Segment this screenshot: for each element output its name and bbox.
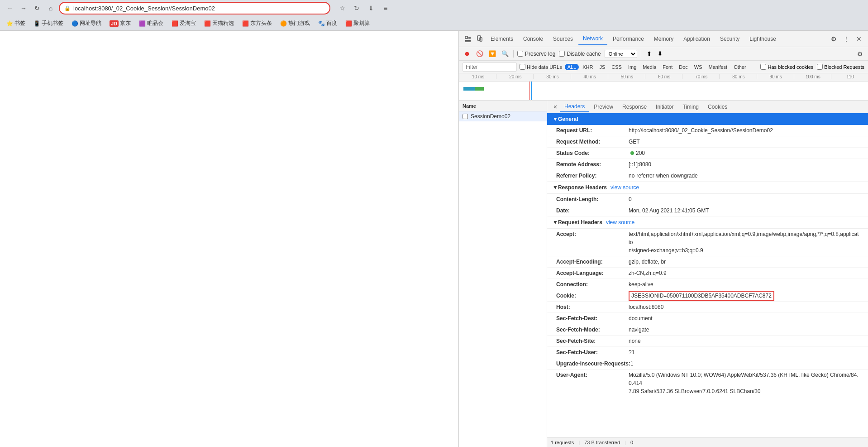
request-url-value: http://localhost:8080/_02_Cookie_Session… [629, 126, 859, 135]
accept-encoding-name: Accept-Encoding: [556, 258, 629, 266]
bookmark-item-jd[interactable]: JD 京东 [107, 18, 134, 29]
blocked-requests-label[interactable]: Blocked Requests [817, 64, 864, 70]
forward-button[interactable]: → [17, 2, 30, 14]
bookmark-item-mobile[interactable]: 📱 手机书签 [31, 18, 66, 29]
type-doc-button[interactable]: Doc [676, 64, 691, 70]
file-list-header: Name [459, 101, 547, 111]
history-button[interactable]: ↻ [350, 2, 363, 14]
detail-tab-initiator[interactable]: Initiator [651, 102, 678, 112]
home-button[interactable]: ⌂ [44, 2, 57, 14]
file-checkbox[interactable] [463, 114, 468, 119]
bookmark-item-taobao[interactable]: 🟥 爱淘宝 [169, 18, 199, 29]
browser-actions: ☆ ↻ ⇓ ≡ [336, 2, 392, 14]
import-button[interactable]: ⬆ [645, 49, 654, 58]
disable-cache-checkbox[interactable] [559, 51, 565, 57]
detail-tab-preview[interactable]: Preview [589, 102, 618, 112]
response-headers-view-source[interactable]: view source [610, 184, 639, 191]
bookmark-item-nav[interactable]: 🔵 网址导航 [69, 18, 104, 29]
blocked-requests-checkbox[interactable] [817, 64, 823, 70]
has-blocked-cookies-label[interactable]: Has blocked cookies [760, 64, 813, 70]
tab-application[interactable]: Application [679, 33, 715, 45]
preserve-log-label[interactable]: Preserve log [517, 51, 555, 57]
general-section-header[interactable]: General [547, 113, 868, 125]
timeline-area: 10 ms 20 ms 30 ms 40 ms 50 ms 60 ms 70 m… [459, 73, 868, 101]
device-toolbar-button[interactable] [474, 34, 485, 44]
disable-cache-label[interactable]: Disable cache [559, 51, 601, 57]
bookmark-item-juhua[interactable]: 🟥 聚划算 [343, 18, 372, 29]
tab-performance[interactable]: Performance [608, 33, 649, 45]
devtools-settings-button[interactable]: ⚙ [828, 34, 839, 44]
tab-security[interactable]: Security [715, 33, 744, 45]
reload-button[interactable]: ↻ [31, 2, 43, 14]
file-list-item[interactable]: SessionDemo02 [459, 111, 547, 121]
type-all-button[interactable]: ALL [565, 64, 579, 70]
type-ws-button[interactable]: WS [692, 64, 705, 70]
response-headers-section-header[interactable]: Response Headers view source [547, 182, 868, 194]
download-button[interactable]: ⇓ [365, 2, 377, 14]
type-manifest-button[interactable]: Manifest [706, 64, 730, 70]
tab-network[interactable]: Network [578, 33, 607, 45]
clear-button[interactable]: 🚫 [475, 49, 484, 58]
games-icon: 🟠 [280, 20, 287, 27]
record-button[interactable]: ⏺ [463, 49, 472, 58]
tab-elements[interactable]: Elements [486, 33, 518, 45]
has-blocked-cookies-checkbox[interactable] [760, 64, 766, 70]
sec-fetch-dest-name: Sec-Fetch-Dest: [556, 314, 629, 322]
throttling-select[interactable]: Online Fast 3G Slow 3G Offline [605, 50, 637, 58]
timeline-ruler: 10 ms 20 ms 30 ms 40 ms 50 ms 60 ms 70 m… [459, 73, 868, 82]
search-button[interactable]: 🔍 [501, 49, 510, 58]
type-font-button[interactable]: Font [660, 64, 675, 70]
type-css-button[interactable]: CSS [609, 64, 625, 70]
marker-30: 30 ms [533, 74, 570, 79]
main-area: Elements Console Sources Network Perform… [0, 31, 868, 447]
devtools-close-button[interactable]: ✕ [854, 34, 864, 44]
hide-data-urls-label[interactable]: Hide data URLs [520, 64, 562, 70]
detail-close-button[interactable]: × [551, 102, 560, 111]
type-other-button[interactable]: Other [731, 64, 749, 70]
bookmark-label: 百度 [326, 19, 337, 27]
tab-console[interactable]: Console [519, 33, 548, 45]
bookmark-item-tmall[interactable]: 🟥 天猫精选 [201, 18, 237, 29]
preserve-log-checkbox[interactable] [517, 51, 523, 57]
tab-lighthouse[interactable]: Lighthouse [745, 33, 781, 45]
filter-input[interactable] [463, 62, 517, 72]
tab-sources[interactable]: Sources [548, 33, 577, 45]
bookmark-item-dftt[interactable]: 🟥 东方头条 [239, 18, 275, 29]
network-settings-button[interactable]: ⚙ [855, 49, 864, 58]
back-button[interactable]: ← [4, 2, 16, 14]
menu-button[interactable]: ≡ [379, 2, 392, 14]
timeline-vline-red [529, 82, 529, 101]
hide-data-urls-checkbox[interactable] [520, 64, 525, 70]
detail-tab-response[interactable]: Response [618, 102, 651, 112]
detail-tab-cookies[interactable]: Cookies [703, 102, 732, 112]
sec-fetch-mode-name: Sec-Fetch-Mode: [556, 326, 629, 334]
devtools-more-button[interactable]: ⋮ [841, 34, 852, 44]
detail-tab-headers[interactable]: Headers [560, 101, 589, 112]
request-headers-view-source[interactable]: view source [606, 219, 634, 226]
bookmark-label: 东方头条 [250, 19, 272, 27]
tab-memory[interactable]: Memory [649, 33, 678, 45]
detail-tab-timing[interactable]: Timing [678, 102, 703, 112]
marker-50: 50 ms [608, 74, 645, 79]
content-length-name: Content-Length: [556, 195, 629, 203]
export-button[interactable]: ⬇ [656, 49, 665, 58]
bookmark-item-games[interactable]: 🟠 热门游戏 [277, 18, 313, 29]
bookmark-item-shujian[interactable]: ⭐ 书签 [4, 18, 28, 29]
type-xhr-button[interactable]: XHR [580, 64, 596, 70]
type-js-button[interactable]: JS [596, 64, 608, 70]
inspect-element-button[interactable] [463, 34, 473, 44]
bookmark-item-baidu[interactable]: 🐾 百度 [315, 18, 340, 29]
address-input[interactable] [73, 5, 325, 12]
cookie-row: Cookie: JSESSIONID=050071100D3DB5AF35400… [547, 290, 868, 302]
sec-fetch-mode-row: Sec-Fetch-Mode: navigate [547, 324, 868, 336]
star-button[interactable]: ☆ [336, 2, 348, 14]
bookmark-item-vip[interactable]: 🟪 唯品会 [136, 18, 166, 29]
request-url-row: Request URL: http://localhost:8080/_02_C… [547, 125, 868, 136]
filter-button[interactable]: 🔽 [488, 49, 497, 58]
date-row: Date: Mon, 02 Aug 2021 12:41:05 GMT [547, 205, 868, 216]
vip-icon: 🟪 [139, 20, 146, 27]
type-img-button[interactable]: Img [625, 64, 639, 70]
type-media-button[interactable]: Media [640, 64, 659, 70]
host-row: Host: localhost:8080 [547, 302, 868, 313]
request-headers-section-header[interactable]: Request Headers view source [547, 216, 868, 229]
